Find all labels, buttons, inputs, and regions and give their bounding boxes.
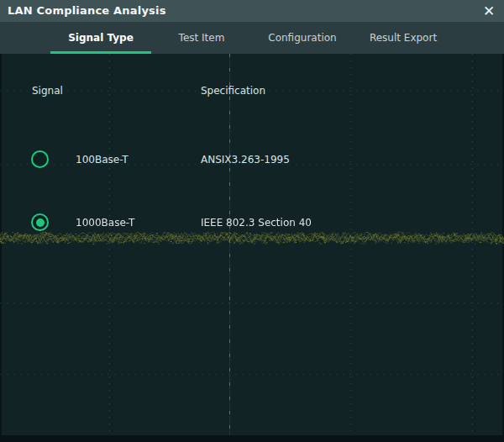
tab-result-export[interactable]: Result Export (353, 22, 454, 54)
tab-strip: Signal Type Test Item Configuration Resu… (50, 22, 454, 54)
tab-signal-type[interactable]: Signal Type (50, 22, 151, 54)
column-header-specification: Specification (201, 85, 265, 97)
close-icon: ✕ (483, 3, 495, 19)
waveform-trace (0, 226, 504, 250)
tab-bar: Signal Type Test Item Configuration Resu… (0, 22, 504, 54)
graticule-hline (0, 374, 504, 375)
lan-compliance-dialog: LAN Compliance Analysis ✕ Signal Type Te… (0, 0, 504, 442)
dialog-title-bar: LAN Compliance Analysis ✕ (0, 0, 504, 22)
signal-label-100base-t: 100Base-T (76, 154, 129, 166)
radio-dot (36, 218, 45, 227)
signal-label-1000base-t: 1000Base-T (76, 217, 134, 229)
tab-test-item[interactable]: Test Item (151, 22, 252, 54)
dialog-title: LAN Compliance Analysis (8, 0, 166, 22)
spec-label-100base-t: ANSIX3.263-1995 (201, 154, 290, 166)
screen-bottom-edge (0, 435, 504, 442)
column-header-signal: Signal (32, 85, 63, 97)
radio-100base-t[interactable] (31, 150, 49, 168)
tab-configuration[interactable]: Configuration (252, 22, 353, 54)
spec-label-1000base-t: IEEE 802.3 Section 40 (201, 217, 312, 229)
close-button[interactable]: ✕ (480, 3, 498, 19)
graticule-hline (0, 303, 504, 303)
radio-1000base-t[interactable] (31, 213, 49, 231)
